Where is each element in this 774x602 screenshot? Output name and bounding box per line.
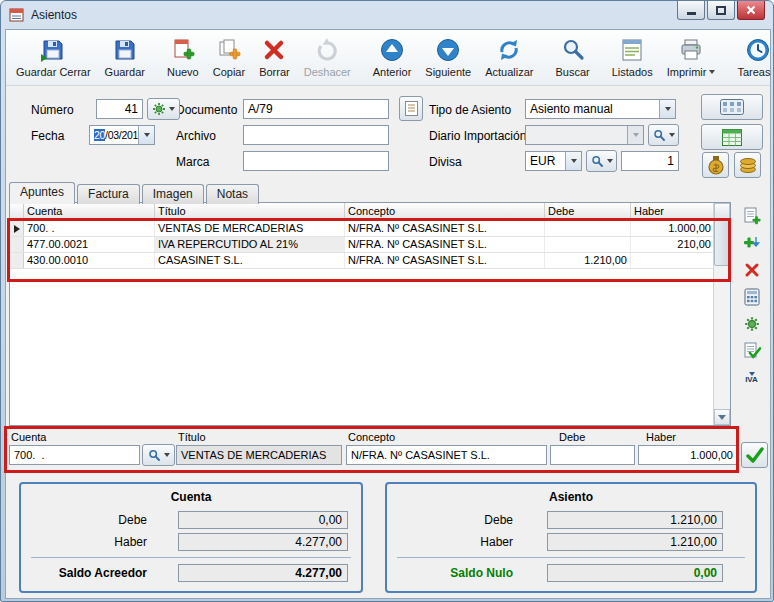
marca-field[interactable] (243, 151, 389, 171)
calculator-button[interactable] (741, 286, 763, 308)
toolbar-imprimir-button[interactable]: Imprimir (661, 33, 722, 83)
close-button[interactable] (737, 1, 765, 20)
chevron-down-icon (665, 107, 671, 111)
edit-cuenta-field[interactable]: 700. . (9, 445, 140, 465)
panel-divider (397, 557, 745, 558)
divisa-search-button[interactable] (586, 150, 617, 172)
table-row[interactable]: 700. . VENTAS DE MERCADERIAS N/FRA. Nº C… (10, 221, 730, 237)
toolbar-tareas-button[interactable]: Tareas (731, 33, 774, 83)
confirm-line-button[interactable] (741, 442, 768, 468)
numero-field[interactable]: 41 (96, 99, 143, 119)
table-row[interactable]: 477.00.0021 IVA REPERCUTIDO AL 21% N/FRA… (10, 237, 730, 253)
toolbar-guardar-button[interactable]: Guardar (99, 33, 151, 83)
asiento-haber-label: Haber (387, 533, 527, 551)
scroll-up-button[interactable] (714, 203, 730, 219)
add-line-button[interactable] (741, 205, 763, 227)
divisa-select[interactable]: EUR (525, 151, 582, 171)
toolbar-label: Borrar (259, 66, 290, 78)
cuenta-haber-label: Haber (21, 533, 161, 551)
numero-options-button[interactable] (147, 98, 180, 120)
edit-concepto-field[interactable]: N/FRA. Nº CASASINET S.L. (346, 445, 547, 465)
iva-button[interactable]: IVA (741, 367, 763, 389)
maximize-button[interactable] (707, 1, 735, 20)
toolbar-nuevo-button[interactable]: Nuevo (161, 33, 205, 83)
toolbar-listados-button[interactable]: Listados (606, 33, 659, 83)
minimize-button[interactable] (677, 1, 705, 20)
grid-header-debe[interactable]: Debe (545, 203, 631, 220)
diario-search-button[interactable] (648, 124, 679, 146)
toolbar-label: Guardar (105, 66, 145, 78)
grid-header-cuenta[interactable]: Cuenta (24, 203, 155, 220)
row-marker (10, 237, 24, 252)
tasks-clock-icon (745, 37, 771, 63)
search-icon (653, 129, 666, 142)
keypad-button[interactable] (701, 94, 763, 120)
scrollbar-thumb[interactable] (714, 220, 730, 266)
current-row-arrow-icon (14, 225, 20, 233)
apuntes-grid: Cuenta Título Concepto Debe Haber 700. .… (9, 202, 731, 426)
toolbar-copiar-button[interactable]: Copiar (207, 33, 251, 83)
green-grid-button[interactable] (701, 124, 763, 150)
documento-label: Documento (176, 100, 237, 120)
edit-haber-field[interactable]: 1.000,00 (638, 445, 738, 465)
toolbar-label: Siguiente (425, 66, 471, 78)
divisa-dropdown-button[interactable] (565, 152, 581, 170)
copy-icon (216, 37, 242, 63)
cell-debe (545, 237, 631, 252)
archivo-field[interactable] (243, 125, 389, 145)
toolbar-guardar-cerrar-button[interactable]: Guardar Cerrar (10, 33, 97, 83)
edit-debe-field[interactable] (550, 445, 635, 465)
grid-header-titulo[interactable]: Título (155, 203, 345, 220)
edit-cuenta-search-button[interactable] (142, 444, 175, 466)
documento-note-button[interactable] (399, 96, 423, 121)
fecha-dropdown-button[interactable] (138, 126, 154, 144)
next-icon (435, 37, 461, 63)
grid-header-concepto[interactable]: Concepto (345, 203, 545, 220)
cell-haber (631, 253, 715, 268)
asiento-summary-panel: Asiento Debe 1.210,00 Haber 1.210,00 Sal… (385, 482, 757, 593)
toolbar-buscar-button[interactable]: Buscar (549, 33, 595, 83)
divisa-rate-field[interactable]: 1 (621, 151, 679, 171)
scroll-down-button[interactable] (714, 409, 730, 425)
close-icon (746, 5, 756, 15)
asiento-saldo-value: 0,00 (547, 564, 723, 582)
keypad-icon (720, 99, 744, 115)
coins-button[interactable] (734, 152, 761, 178)
validate-button[interactable] (741, 340, 763, 362)
delete-line-button[interactable] (741, 259, 763, 281)
cell-titulo: CASASINET S.L. (155, 253, 345, 268)
fecha-field[interactable]: 20/03/2014 (89, 125, 155, 145)
search-icon (591, 155, 604, 168)
toolbar-borrar-button[interactable]: Borrar (253, 33, 296, 83)
tab-factura[interactable]: Factura (77, 184, 140, 204)
grid-header-haber[interactable]: Haber (631, 203, 715, 220)
toolbar-label: Listados (612, 66, 653, 78)
check-icon (745, 445, 765, 465)
tab-notas[interactable]: Notas (206, 184, 259, 204)
tab-apuntes[interactable]: Apuntes (9, 182, 75, 204)
toolbar-actualizar-button[interactable]: Actualizar (479, 33, 539, 83)
vertical-scrollbar[interactable] (713, 203, 730, 425)
iva-label: IVA (745, 376, 758, 384)
toolbar-label: Guardar Cerrar (16, 66, 91, 78)
settings-button[interactable] (741, 313, 763, 335)
lists-icon (619, 37, 645, 63)
insert-line-button[interactable] (741, 232, 763, 254)
arrow-down-icon (718, 415, 726, 420)
tipo-asiento-dropdown-button[interactable] (659, 100, 675, 118)
table-row[interactable]: 430.00.0010 CASASINET S.L. N/FRA. Nº CAS… (10, 253, 730, 269)
moneybag-button[interactable] (702, 152, 729, 178)
cell-concepto: N/FRA. Nº CASASINET S.L. (345, 221, 545, 236)
toolbar-anterior-button[interactable]: Anterior (367, 33, 418, 83)
tipo-asiento-select[interactable]: Asiento manual (525, 99, 676, 119)
tab-imagen[interactable]: Imagen (142, 184, 204, 204)
calculator-icon (744, 288, 760, 306)
toolbar-label: Anterior (373, 66, 412, 78)
toolbar-siguiente-button[interactable]: Siguiente (419, 33, 477, 83)
documento-field[interactable]: A/79 (243, 99, 389, 119)
divisa-value: EUR (526, 152, 565, 170)
cell-debe: 1.210,00 (545, 253, 631, 268)
cell-cuenta: 430.00.0010 (24, 253, 155, 268)
fecha-rest: /03/2014 (105, 129, 138, 141)
main-toolbar: Guardar Cerrar Guardar Nuevo Copiar Borr… (6, 30, 770, 86)
